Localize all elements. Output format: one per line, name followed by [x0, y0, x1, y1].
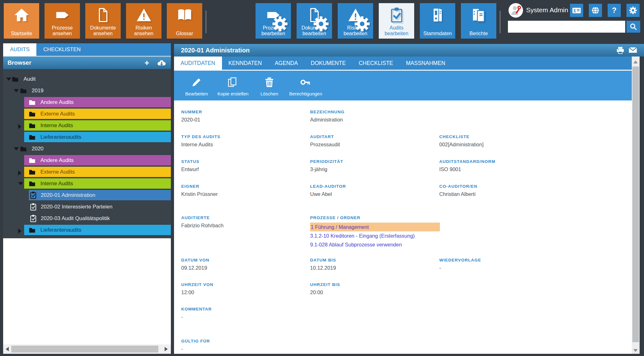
- globe-icon: [591, 6, 599, 14]
- document-icon: [85, 7, 121, 23]
- tree-node-externe-audits-2020[interactable]: Externe Audits: [3, 166, 171, 178]
- tree-node-interne-audits-2020[interactable]: Interne Audits: [3, 178, 171, 189]
- field-value: Prozessaudit: [310, 142, 340, 148]
- mail-button[interactable]: [629, 47, 637, 53]
- tree-node-2019[interactable]: 2019: [3, 85, 171, 96]
- tree-node-externe-audits-2019[interactable]: Externe Audits: [3, 108, 171, 120]
- cloud-download-button[interactable]: [156, 59, 166, 67]
- main-title-bar: 2020-01 Administration: [174, 44, 644, 57]
- tree-node-lieferantenaudits-2019[interactable]: Lieferantenaudits: [3, 131, 171, 143]
- tree-node-lieferantenaudits-2020[interactable]: Lieferantenaudits: [3, 224, 171, 236]
- tab-massnahmen[interactable]: MASSNAHMEN: [402, 57, 450, 70]
- tree-label: Externe Audits: [40, 111, 75, 117]
- loeschen-button[interactable]: Löschen: [251, 71, 288, 100]
- tree-node-andere-audits-2020[interactable]: Andere Audits: [3, 154, 171, 166]
- tree-node-andere-audits-2019[interactable]: Andere Audits: [3, 96, 171, 108]
- scroll-down-arrow[interactable]: [633, 349, 638, 352]
- field-value: Kristin Prüssner: [181, 191, 218, 197]
- tree-horizontal-scrollbar[interactable]: [3, 344, 171, 354]
- tab-checklisten[interactable]: CHECKLISTEN: [36, 43, 87, 56]
- tile-label: Berichte: [469, 31, 488, 36]
- tree-item-2020-01-administration[interactable]: 2020-01 Administration: [3, 189, 171, 201]
- process-link[interactable]: 3.1.2-10 Kreditoren - Eingang (Ersterfas…: [310, 231, 440, 240]
- category-bar: Lieferantenaudits: [24, 225, 171, 235]
- tree-label: Interne Audits: [40, 122, 73, 129]
- field-co-auditor: CO-AUDITOR/EN Christian Alberti: [439, 184, 478, 197]
- tile-risiken-bearbeiten[interactable]: Risiken bearbeiten: [338, 3, 373, 39]
- folder-icon: [29, 158, 35, 163]
- field-label: AUDITSTANDARD/NORM: [439, 159, 495, 164]
- folder-icon: [20, 88, 27, 93]
- field-value: Administration: [310, 117, 345, 123]
- caret-right-icon[interactable]: [18, 170, 21, 175]
- field-value: -: [439, 265, 481, 271]
- caret-down-icon[interactable]: [6, 78, 11, 81]
- field-label: UHRZEIT BIS: [310, 282, 340, 287]
- scroll-left-arrow[interactable]: [6, 347, 9, 351]
- tab-audits[interactable]: AUDITS: [3, 43, 36, 56]
- field-label: PROZESSE / ORDNER: [310, 215, 440, 220]
- tab-agenda[interactable]: AGENDA: [270, 57, 302, 70]
- scrollbar-thumb[interactable]: [11, 346, 158, 353]
- caret-down-icon[interactable]: [14, 147, 19, 150]
- tile-startseite[interactable]: Startseite: [4, 3, 39, 39]
- print-button[interactable]: [616, 46, 625, 55]
- search-button[interactable]: [626, 21, 640, 33]
- settings-button[interactable]: [626, 4, 640, 17]
- tree-node-audit[interactable]: Audit: [3, 73, 171, 85]
- tree-node-2020[interactable]: 2020: [3, 143, 171, 154]
- tab-checkliste[interactable]: CHECKLISTE: [354, 57, 398, 70]
- language-globe-button[interactable]: [589, 4, 602, 17]
- field-value: 09.12.2019: [181, 265, 209, 271]
- tree-item-2020-03-audit-qualitaetspolitik[interactable]: 2020-03 Audit Qualitätspolitik: [3, 213, 171, 224]
- field-datum-von: DATUM VON 09.12.2019: [181, 258, 209, 271]
- tile-risiken-ansehen[interactable]: Risiken ansehen: [126, 3, 161, 39]
- contact-card-button[interactable]: [570, 4, 583, 17]
- caret-right-icon[interactable]: [18, 124, 21, 129]
- search-input[interactable]: [508, 21, 625, 33]
- tree-item-2020-02-interessierte-parteien[interactable]: 2020-02 Interessierte Parteien: [3, 201, 171, 213]
- field-typ-des-audits: TYP DES AUDITS Interne Audits: [181, 134, 220, 148]
- tree-label: Lieferantenaudits: [40, 227, 81, 233]
- berechtigungen-button[interactable]: Berechtigungen: [288, 71, 324, 100]
- tile-glossar[interactable]: Glossar: [167, 3, 202, 39]
- category-bar: Externe Audits: [24, 167, 171, 177]
- tab-dokumente[interactable]: DOKUMENTE: [306, 57, 350, 70]
- tile-dokumente-ansehen[interactable]: Dokumente ansehen: [85, 3, 121, 39]
- caret-down-icon[interactable]: [14, 89, 19, 92]
- tile-label: Audits bearbeiten: [379, 25, 414, 36]
- tab-kenndaten[interactable]: KENNDATEN: [224, 57, 267, 70]
- help-button[interactable]: ?: [608, 4, 621, 17]
- caret-right-icon[interactable]: [18, 229, 21, 234]
- tile-audits-bearbeiten[interactable]: Audits bearbeiten: [379, 3, 414, 39]
- folder-icon: [29, 100, 35, 105]
- caret-down-icon[interactable]: [18, 182, 23, 185]
- tree-label: Andere Audits: [40, 157, 74, 164]
- main-vertical-scrollbar[interactable]: [632, 57, 640, 354]
- process-link-highlighted[interactable]: 1 Führung / Management: [310, 223, 440, 231]
- field-value: 10.12.2019: [310, 265, 336, 271]
- tile-label: Stammdaten: [423, 31, 452, 36]
- tab-label: MASSNAHMEN: [406, 60, 445, 66]
- tile-dokumente-bearbeiten[interactable]: Dokumente bearbeiten: [297, 3, 332, 39]
- toolbar-label: Kopie erstellen: [217, 91, 248, 96]
- tile-berichte[interactable]: Berichte: [461, 3, 496, 39]
- tab-label: AGENDA: [275, 60, 298, 66]
- field-label: CO-AUDITOR/EN: [439, 184, 478, 189]
- process-link[interactable]: 9.1-028 Ablauf Subprozesse verwenden: [310, 240, 440, 249]
- scrollbar-thumb[interactable]: [632, 67, 639, 342]
- tab-auditdaten[interactable]: AUDITDATEN: [174, 57, 222, 70]
- tile-stammdaten[interactable]: Stammdaten: [420, 3, 455, 39]
- binder-icon: [420, 7, 455, 23]
- audit-tree: Audit 2019 Andere Audits Externe Audits …: [3, 69, 171, 238]
- scroll-right-arrow[interactable]: [165, 347, 168, 351]
- tile-prozesse-ansehen[interactable]: Prozesse ansehen: [45, 3, 80, 39]
- tile-prozesse-bearbeiten[interactable]: Prozesse bearbeiten: [256, 3, 291, 39]
- scroll-up-arrow[interactable]: [633, 61, 638, 63]
- bearbeiten-button[interactable]: Bearbeiten: [178, 71, 215, 100]
- tree-node-interne-audits-2019[interactable]: Interne Audits: [3, 120, 171, 131]
- user-avatar[interactable]: [509, 3, 523, 18]
- kopie-erstellen-button[interactable]: Kopie erstellen: [215, 71, 251, 100]
- add-node-button[interactable]: +: [145, 59, 149, 67]
- gear-icon: [629, 6, 637, 14]
